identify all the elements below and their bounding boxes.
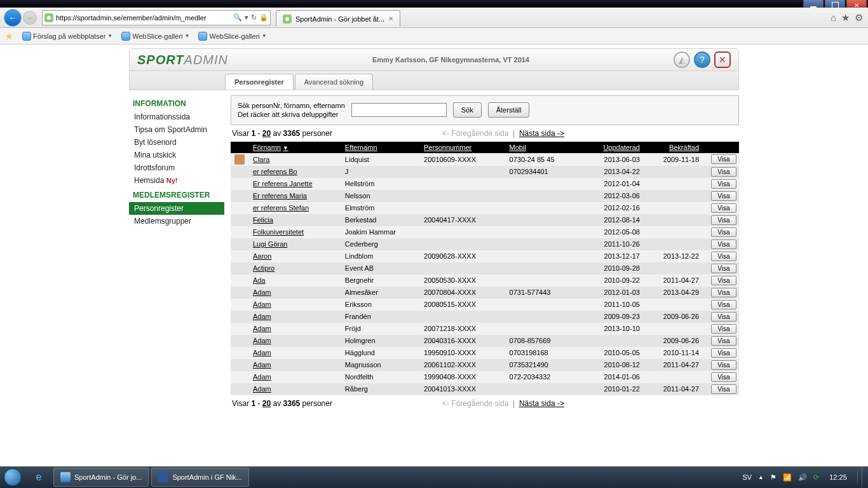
person-link[interactable]: Adam [253, 385, 271, 393]
network-icon[interactable]: 📶 [783, 473, 792, 482]
view-button[interactable]: Visa [711, 252, 736, 261]
view-button[interactable]: Visa [711, 276, 736, 285]
person-link[interactable]: er referens Stefan [253, 204, 309, 212]
search-button[interactable]: Sök [453, 102, 482, 118]
person-link[interactable]: Lugi Göran [253, 240, 287, 248]
search-icon[interactable]: 🔍 [233, 13, 242, 22]
sidebar-item-forum[interactable]: Idrottsforum [129, 161, 224, 174]
logo-part2: ADMIN [184, 53, 228, 67]
person-link[interactable]: Folkuniversitetet [253, 228, 304, 236]
person-link[interactable]: Er referens Maria [253, 192, 307, 200]
person-link[interactable]: er referens Bo [253, 168, 297, 175]
back-button[interactable]: ← [4, 9, 22, 27]
pager-next[interactable]: Nästa sida -> [519, 399, 564, 408]
person-link[interactable]: Adam [253, 288, 271, 296]
sidebar-item-mailings[interactable]: Mina utskick [129, 149, 224, 161]
favorite-item-webslice1[interactable]: WebSlice-galleri ▼ [121, 32, 189, 41]
pager-links: <- Föregående sida | Nästa sida -> [442, 399, 564, 408]
person-link[interactable]: Adam [253, 325, 271, 332]
person-link[interactable]: Actipro [253, 264, 275, 272]
browser-tab[interactable]: SportAdmin - Gör jobbet åt... ✕ [276, 10, 400, 27]
refresh-icon[interactable]: ↻ [251, 13, 257, 22]
view-button[interactable]: Visa [711, 167, 736, 177]
col-firstname[interactable]: Förnamn ▼ [249, 142, 341, 153]
address-bar[interactable]: https://sportadmin.se/emember/admin/m_me… [42, 10, 271, 25]
volume-icon[interactable]: 🔊 [798, 473, 807, 482]
flag-icon[interactable]: ⚑ [770, 473, 776, 482]
person-link[interactable]: Adam [253, 301, 271, 308]
avatar-icon [234, 154, 245, 165]
tab-personregister[interactable]: Personregister [225, 74, 294, 90]
sidebar-item-personregister[interactable]: Personregister [129, 202, 224, 215]
sidebar-item-groups[interactable]: Medlemsgrupper [129, 215, 224, 227]
person-link[interactable]: Adam [253, 337, 271, 344]
cell-updated: 2010-09-28 [585, 262, 644, 274]
globe-icon[interactable]: ◭ [674, 51, 690, 68]
col-mobile[interactable]: Mobil [506, 142, 585, 153]
view-button[interactable]: Visa [711, 264, 736, 273]
avatar-cell [231, 383, 249, 395]
logout-icon[interactable]: ✕ [714, 51, 731, 68]
person-link[interactable]: Adam [253, 361, 271, 369]
home-icon[interactable]: ⌂ [831, 12, 836, 24]
taskbar-task-word[interactable]: SportAdmin i GF Nik... [151, 468, 248, 487]
reset-button[interactable]: Återställ [488, 102, 530, 118]
add-favorite-icon[interactable]: ★ [5, 31, 13, 41]
person-link[interactable]: Adam [253, 349, 271, 356]
person-link[interactable]: Adam [253, 373, 271, 381]
view-button[interactable]: Visa [711, 203, 736, 213]
cell-lastname: Lindblom [341, 250, 420, 262]
cell-mobile: 0708-857669 [506, 335, 585, 347]
person-link[interactable]: Er referens Janette [253, 180, 313, 187]
tray-clock[interactable]: 12:25 [825, 473, 851, 481]
search-input[interactable] [351, 103, 447, 117]
tray-lang[interactable]: SV [742, 473, 752, 481]
col-lastname[interactable]: Efternamn [341, 142, 420, 153]
view-button[interactable]: Visa [711, 372, 736, 382]
sidebar-item-info[interactable]: Informationssida [129, 111, 224, 123]
favorite-item-suggested[interactable]: Förslag på webbplatser ▼ [22, 32, 112, 41]
view-button[interactable]: Visa [711, 336, 736, 346]
tools-icon[interactable]: ⚙ [855, 12, 863, 24]
help-icon[interactable]: ? [694, 51, 710, 68]
sidebar-item-homepage[interactable]: Hemsida Ny! [129, 174, 224, 187]
chevron-up-icon[interactable]: ▲ [758, 474, 764, 480]
taskbar-ie-icon[interactable]: e [26, 468, 51, 487]
sync-icon[interactable]: ⟳ [813, 473, 819, 482]
tab-close-icon[interactable]: ✕ [388, 15, 393, 22]
cell-updated: 2011-10-26 [585, 238, 644, 250]
tab-advanced-search[interactable]: Avancerad sökning [295, 74, 373, 90]
favorites-icon[interactable]: ★ [841, 12, 850, 24]
forward-button[interactable]: → [23, 11, 37, 25]
view-button[interactable]: Visa [711, 384, 736, 394]
view-button[interactable]: Visa [711, 324, 736, 334]
person-link[interactable]: Aaron [253, 252, 271, 260]
col-updated[interactable]: Uppdaterad [585, 142, 644, 153]
sidebar-item-tips[interactable]: Tipsa om SportAdmin [129, 123, 224, 136]
start-button[interactable] [0, 466, 25, 488]
col-confirmed[interactable]: Bekräftad [644, 142, 703, 153]
favorite-item-webslice2[interactable]: WebSlice-galleri ▼ [198, 32, 266, 41]
view-button[interactable]: Visa [711, 288, 736, 297]
view-button[interactable]: Visa [711, 348, 736, 358]
view-button[interactable]: Visa [711, 360, 736, 370]
view-button[interactable]: Visa [711, 191, 736, 201]
view-button[interactable]: Visa [711, 154, 736, 164]
show-desktop-button[interactable] [862, 466, 868, 488]
view-button[interactable]: Visa [711, 312, 736, 322]
taskbar-task-browser[interactable]: SportAdmin - Gör jo... [53, 468, 149, 487]
col-personnr[interactable]: Personnummer [420, 142, 506, 153]
view-button[interactable]: Visa [711, 215, 736, 225]
person-link[interactable]: Adam [253, 313, 271, 320]
cell-lastname: Cederberg [341, 238, 420, 250]
view-button[interactable]: Visa [711, 240, 736, 249]
view-button[interactable]: Visa [711, 300, 736, 309]
view-button[interactable]: Visa [711, 179, 736, 189]
person-link[interactable]: Felicia [253, 216, 273, 224]
view-button[interactable]: Visa [711, 227, 736, 237]
sidebar-item-password[interactable]: Byt lösenord [129, 136, 224, 149]
dropdown-icon[interactable]: ▾ [245, 13, 248, 22]
person-link[interactable]: Ada [253, 276, 266, 284]
pager-next[interactable]: Nästa sida -> [519, 129, 564, 138]
person-link[interactable]: Clara [253, 156, 269, 163]
